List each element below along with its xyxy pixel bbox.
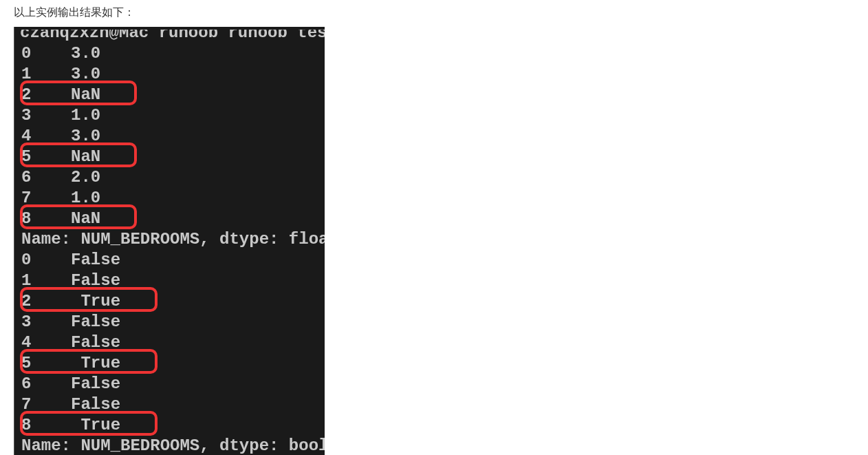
s1-val-2: NaN [71,85,100,104]
s1-val-0: 3.0 [71,44,100,63]
s2-idx-4: 4 [21,333,31,352]
series2-row-1: 1 False [20,271,325,291]
series1-row-5: 5 NaN [20,147,325,167]
s2-val-6: False [71,374,120,393]
s1-idx-3: 3 [21,106,31,125]
s2-val-3: False [71,313,120,331]
series2-row-4: 4 False [20,332,325,353]
series1-row-7: 7 1.0 [20,188,325,209]
s1-idx-8: 8 [21,209,31,228]
s1-idx-7: 7 [21,189,31,207]
s2-val-0: False [71,251,120,269]
s2-idx-3: 3 [21,313,31,331]
series1-row-4: 4 3.0 [20,126,325,147]
partial-top-line: czanqzxzn@Mac runoob runoob test [20,30,325,43]
series1-row-0: 0 3.0 [20,43,325,64]
s1-val-6: 2.0 [71,168,100,187]
caption-text: 以上实例输出结果如下： [14,6,854,20]
s2-idx-2: 2 [21,292,31,310]
series1-row-2: 2 NaN [20,85,325,105]
s1-val-3: 1.0 [71,106,100,125]
series1-footer: Name: NUM_BEDROOMS, dtype: float64 [20,229,325,250]
s2-idx-7: 7 [21,395,31,414]
s1-idx-4: 4 [21,127,31,145]
s2-val-4: False [71,333,120,352]
s1-val-5: NaN [71,147,100,166]
partial-top-text: czanqzxzn@Mac runoob runoob test [20,30,325,42]
s2-val-2: True [71,292,120,310]
s1-idx-2: 2 [21,85,31,104]
s1-val-1: 3.0 [71,65,100,83]
series2-footer: Name: NUM_BEDROOMS, dtype: bool [20,436,325,455]
series2-row-2: 2 True [20,291,325,312]
s2-val-8: True [71,416,120,434]
series1-row-1: 1 3.0 [20,64,325,85]
s1-val-4: 3.0 [71,127,100,145]
s2-idx-6: 6 [21,374,31,393]
s1-idx-6: 6 [21,168,31,187]
s1-val-7: 1.0 [71,189,100,207]
s2-idx-5: 5 [21,354,31,372]
s2-val-5: True [71,354,120,372]
s2-idx-0: 0 [21,251,31,269]
s1-idx-0: 0 [21,44,31,63]
series2-row-5: 5 True [20,353,325,374]
series1-row-8: 8 NaN [20,209,325,229]
s2-idx-8: 8 [21,416,31,434]
series2-row-0: 0 False [20,250,325,271]
series1-row-3: 3 1.0 [20,105,325,126]
s2-val-7: False [71,395,120,414]
series2-row-8: 8 True [20,415,325,436]
s2-val-1: False [71,271,120,290]
s1-idx-1: 1 [21,65,31,83]
terminal-output: czanqzxzn@Mac runoob runoob test 0 3.0 1… [14,27,325,455]
s2-idx-1: 1 [21,271,31,290]
series1-row-6: 6 2.0 [20,167,325,188]
series2-row-3: 3 False [20,312,325,332]
s1-idx-5: 5 [21,147,31,166]
series2-row-7: 7 False [20,394,325,415]
s1-val-8: NaN [71,209,100,228]
series2-row-6: 6 False [20,374,325,394]
